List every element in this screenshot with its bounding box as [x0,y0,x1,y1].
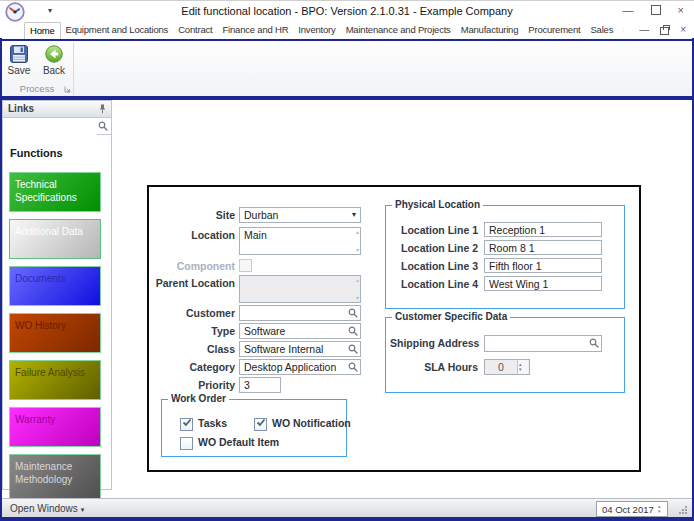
sidebar-item-label: WO History [15,320,66,331]
title-bar: ▾ Edit functional location - BPO: Versio… [0,0,694,23]
parent-location-label: Parent Location [155,277,235,289]
location-line-1-input[interactable] [484,222,602,237]
type-lookup-field[interactable] [239,323,361,339]
sidebar-item-label: Technical Specifications [15,179,77,203]
location-label: Location [155,229,235,241]
dialog-launcher-icon[interactable] [64,86,71,93]
scroll-down-icon: ▾ [356,247,359,253]
open-windows-button[interactable]: Open Windows▾ [10,503,84,514]
category-label: Category [155,361,235,373]
wo-notification-checkbox[interactable] [254,418,267,431]
tab-inventory[interactable]: Inventory [293,22,340,39]
physical-location-group: Physical Location Location Line 1 Locati… [385,205,625,309]
back-button-label: Back [43,65,65,76]
tab-sales[interactable]: Sales [585,22,618,39]
sidebar-item-maintenance-methodology[interactable]: Maintenance Methodology [9,454,101,500]
check-icon [182,418,192,427]
ribbon-tab-bar: Home Equipment and Locations Contract Fi… [0,22,694,39]
tab-home[interactable]: Home [24,22,61,39]
sla-hours-value: 0 [485,361,517,373]
resize-grip[interactable] [678,505,688,515]
tab-service[interactable]: Service [618,22,624,39]
functions-section-title: Functions [10,147,111,159]
site-label: Site [155,209,235,221]
sidebar-item-documents[interactable]: Documents [9,266,101,306]
close-button[interactable]: × [678,4,684,16]
search-icon[interactable] [98,121,108,131]
component-checkbox [239,259,252,272]
customer-specific-data-group-title: Customer Specific Data [392,311,510,322]
location-line-2-input[interactable] [484,240,602,255]
location-line-3-input[interactable] [484,258,602,273]
shipping-address-label: Shipping Address [390,337,478,349]
sidebar-item-warranty[interactable]: Warranty [9,407,101,447]
search-icon[interactable] [348,362,358,372]
ribbon-tabs: Home Equipment and Locations Contract Fi… [24,22,624,39]
window-title: Edit functional location - BPO: Version … [90,5,604,17]
search-icon[interactable] [348,326,358,336]
sidebar-item-failure-analysis[interactable]: Failure Analysis [9,360,101,400]
minimize-button[interactable]: — [623,4,634,16]
scroll-up-icon: ▴ [356,229,359,235]
tab-contract[interactable]: Contract [173,22,217,39]
class-lookup-field[interactable] [239,341,361,357]
links-panel: Links Functions Technical Specifications… [2,100,112,490]
tab-manufacturing[interactable]: Manufacturing [456,22,524,39]
wo-default-item-checkbox-label: WO Default Item [198,436,279,448]
search-icon[interactable] [348,344,358,354]
links-search-box [3,118,111,135]
links-search-input[interactable] [3,121,97,137]
wo-notification-checkbox-row[interactable]: WO Notification [254,417,351,431]
sidebar-item-additional-data[interactable]: Additional Data [9,219,101,259]
back-button[interactable]: Back [37,44,71,76]
spinner-down-icon[interactable]: ▾ [658,509,661,514]
tab-maintenance-and-projects[interactable]: Maintenance and Projects [341,22,456,39]
priority-input[interactable] [239,377,281,393]
mdi-restore-button[interactable] [660,27,669,35]
process-group: Save Back Process [2,42,74,95]
maximize-button[interactable] [651,5,661,15]
tasks-checkbox-row[interactable]: Tasks [180,417,227,431]
quick-access-dropdown-icon[interactable]: ▾ [48,6,52,15]
sidebar-item-label: Additional Data [15,226,83,237]
location-line-4-label: Location Line 4 [390,278,478,290]
location-line-4-input[interactable] [484,276,602,291]
location-line-2-label: Location Line 2 [390,242,478,254]
tab-equipment-and-locations[interactable]: Equipment and Locations [61,22,174,39]
date-editor[interactable]: 04 Oct 2017 ▴ ▾ [596,501,668,517]
search-icon[interactable] [348,308,358,318]
search-icon[interactable] [589,338,599,348]
save-button-label: Save [8,65,31,76]
mdi-close-button[interactable]: × [680,24,686,35]
edit-form-panel: Site Durban ▾ Location Main ▴ ▾ Componen… [147,185,641,472]
app-logo-icon [5,2,25,22]
priority-label: Priority [155,379,235,391]
component-label: Component [155,260,235,272]
sidebar-item-technical-specifications[interactable]: Technical Specifications [9,172,101,212]
sidebar-item-label: Documents [15,273,66,284]
pin-icon[interactable] [98,104,107,114]
site-dropdown[interactable]: Durban ▾ [239,207,361,223]
tab-finance-and-hr[interactable]: Finance and HR [217,22,293,39]
work-order-group-title: Work Order [168,393,229,404]
sla-hours-spinner: 0 ▴ ▾ [484,359,530,375]
process-group-label: Process [20,83,54,94]
chevron-down-icon[interactable]: ▾ [352,210,356,219]
save-floppy-icon [9,44,29,64]
mdi-minimize-button[interactable]: — [639,24,649,35]
sidebar-item-wo-history[interactable]: WO History [9,313,101,353]
save-button[interactable]: Save [2,44,36,76]
chevron-down-icon: ▾ [81,506,85,513]
tasks-checkbox[interactable] [180,418,193,431]
location-textarea[interactable]: Main [239,227,361,255]
category-lookup-field[interactable] [239,359,361,375]
tab-procurement[interactable]: Procurement [523,22,585,39]
parent-location-textarea [239,275,361,303]
customer-specific-data-group: Customer Specific Data Shipping Address … [385,317,625,393]
wo-default-item-checkbox[interactable] [180,437,193,450]
sla-hours-label: SLA Hours [390,361,478,373]
wo-default-item-checkbox-row[interactable]: WO Default Item [180,436,279,450]
sidebar-item-label: Maintenance Methodology [15,461,72,485]
customer-lookup-field[interactable] [239,305,361,321]
shipping-address-lookup-field[interactable] [484,335,602,352]
